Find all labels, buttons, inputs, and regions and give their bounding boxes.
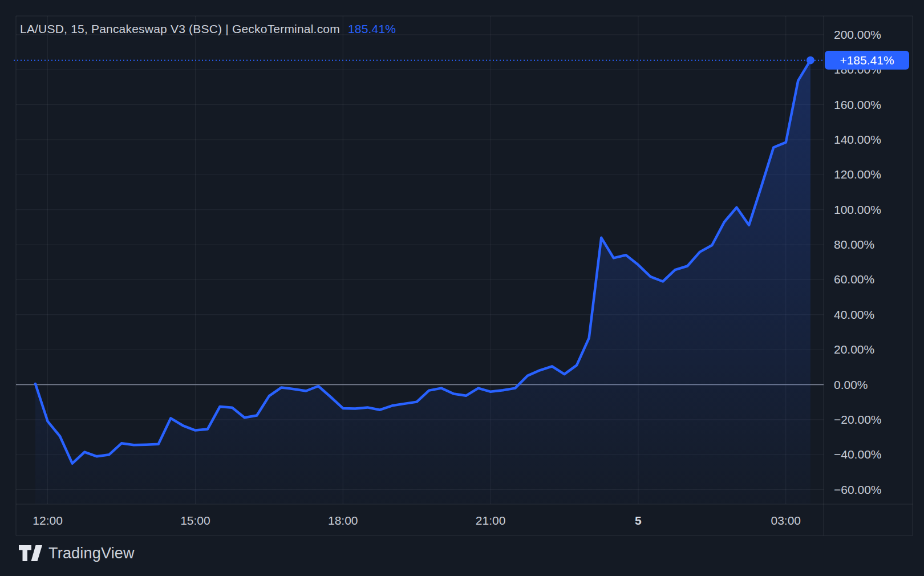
price-scale-label: 140.00% (834, 133, 908, 146)
tradingview-icon (19, 545, 42, 561)
last-price-badge: +185.41% (825, 51, 909, 70)
price-scale-label: −40.00% (834, 448, 908, 461)
time-scale-label: 03:00 (771, 514, 801, 527)
time-scale-label: 5 (635, 514, 642, 527)
price-scale-label: 20.00% (834, 343, 908, 356)
price-chart-canvas[interactable] (0, 0, 924, 576)
price-scale-label: 0.00% (834, 379, 908, 391)
price-scale-label: 80.00% (834, 238, 908, 251)
price-scale-label: 160.00% (834, 99, 908, 111)
price-scale-label: 40.00% (834, 309, 908, 321)
price-scale-label: 60.00% (834, 273, 908, 286)
last-price-label: +185.41% (840, 54, 894, 67)
chart-widget: LA/USD, 15, Pancakeswap V3 (BSC) | Gecko… (0, 0, 924, 576)
symbol-description: LA/USD, 15, Pancakeswap V3 (BSC) | Gecko… (20, 22, 340, 36)
time-scale-label: 15:00 (180, 514, 210, 527)
price-scale-label: 120.00% (834, 168, 908, 181)
tradingview-logo-text: TradingView (48, 545, 135, 562)
change-percentage: 185.41% (348, 22, 396, 36)
tradingview-logo-link[interactable]: TradingView (19, 543, 135, 563)
price-scale-label: 100.00% (834, 204, 908, 216)
time-scale-label: 12:00 (33, 514, 63, 527)
time-scale-label: 21:00 (476, 514, 506, 527)
chart-legend: LA/USD, 15, Pancakeswap V3 (BSC) | Gecko… (20, 22, 396, 36)
price-scale-label: 200.00% (834, 29, 908, 41)
price-scale-label: −20.00% (834, 413, 908, 426)
time-scale-label: 18:00 (328, 514, 358, 527)
price-scale-label: −60.00% (834, 484, 908, 496)
